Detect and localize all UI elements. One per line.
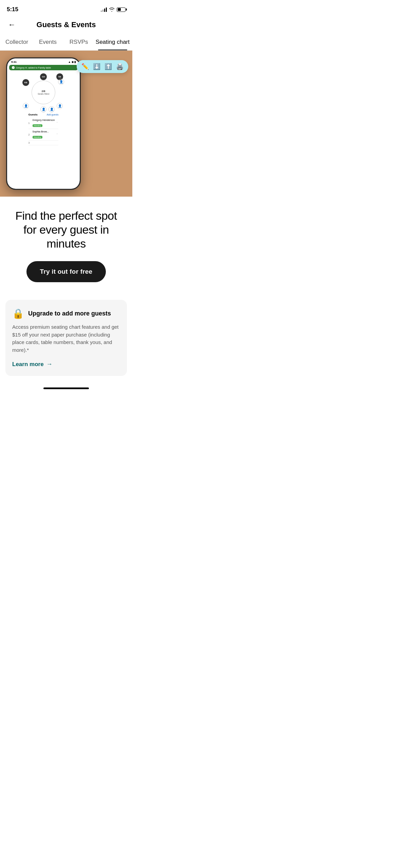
guest-row-3: 3: [28, 141, 59, 145]
guest-name-1: Gregory Henderson: [33, 119, 55, 122]
table-circle: 2/8 Seats filled: [32, 80, 55, 104]
upgrade-header: 🔒 Upgrade to add more guests: [12, 308, 120, 319]
guest-num-3: 3: [28, 142, 31, 144]
back-button[interactable]: ←: [7, 19, 17, 31]
learn-more-label: Learn more: [12, 361, 44, 368]
page-title: Guests & Events: [7, 20, 126, 29]
guest-badge-2: Attending: [33, 136, 42, 139]
learn-more-arrow-icon: →: [46, 361, 53, 368]
lock-icon: 🔒: [12, 308, 24, 319]
tab-rsvps[interactable]: RSVPs: [63, 35, 94, 50]
upgrade-description: Access premium seating chart features an…: [12, 323, 120, 354]
table-count: 2/8: [41, 90, 45, 93]
signal-icon: [101, 7, 107, 12]
notification-dot: ✓: [12, 66, 15, 69]
hero-image: 9:41 ▲ ◆ ▮ ✓ Gregory H. added to Family …: [0, 51, 132, 197]
phone-mockup: 9:41 ▲ ◆ ▮ ✓ Gregory H. added to Family …: [6, 57, 81, 190]
home-indicator: [0, 384, 132, 392]
notification-text: Gregory H. added to Family table: [16, 67, 51, 69]
upgrade-card: 🔒 Upgrade to add more guests Access prem…: [5, 300, 127, 376]
floating-toolbar: ✏️ ⬇️ ⬆️ 🖨️: [77, 60, 128, 73]
tab-events[interactable]: Events: [32, 35, 63, 50]
table-diagram: 2/8 Seats filled GH KB SB 👤 👤 👤 👤 👤: [25, 74, 62, 111]
learn-more-link[interactable]: Learn more →: [12, 361, 120, 368]
headline: Find the perfect spot for every guest in…: [8, 209, 124, 250]
nav-tabs: Collector Events RSVPs Seating chart: [0, 35, 132, 51]
cta-button[interactable]: Try it out for free: [26, 261, 106, 282]
battery-icon: [117, 7, 126, 12]
guest-row-1: 1 Gregory Henderson Attending ⌃: [28, 117, 59, 129]
guest-name-2: Sophia Brow...: [33, 130, 55, 133]
guest-badge-1: Attending: [33, 124, 42, 127]
avatar-gh: GH: [40, 73, 47, 80]
empty-seat-5: 👤: [49, 106, 55, 112]
edit-icon[interactable]: ✏️: [81, 63, 89, 70]
phone-status-bar: 9:41 ▲ ◆ ▮: [7, 58, 80, 65]
table-label: Seats filled: [38, 93, 49, 95]
tab-collector[interactable]: Collector: [1, 35, 32, 50]
empty-seat-3: 👤: [23, 103, 29, 109]
battery-fill: [118, 8, 121, 11]
empty-seat-2: 👤: [58, 79, 64, 85]
phone-time: 9:41: [11, 60, 17, 64]
status-time: 5:15: [7, 6, 18, 13]
empty-seat-4: 👤: [57, 103, 63, 109]
guest-info-2: Sophia Brow... Attending: [33, 130, 55, 139]
tab-seating-chart[interactable]: Seating chart: [94, 35, 131, 50]
seating-area: 2/8 Seats filled GH KB SB 👤 👤 👤 👤 👤: [7, 72, 80, 189]
header: ← Guests & Events: [0, 17, 132, 35]
add-guests-link[interactable]: Add guests: [46, 113, 58, 116]
guest-num-2: 2: [28, 133, 31, 136]
guest-info-1: Gregory Henderson Attending: [33, 119, 55, 128]
download-icon[interactable]: ⬇️: [93, 63, 100, 70]
guests-section: Guests Add guests 1 Gregory Henderson At…: [26, 111, 61, 187]
status-icons: [101, 7, 126, 12]
phone-icons: ▲ ◆ ▮: [68, 60, 76, 64]
guest-row-2: 2 Sophia Brow... Attending ⌃: [28, 129, 59, 141]
avatar-kb: KB: [22, 79, 30, 86]
guests-header: Guests Add guests: [28, 113, 59, 116]
phone-notification: ✓ Gregory H. added to Family table: [9, 65, 78, 70]
guest-expand-2: ⌃: [56, 133, 58, 136]
status-bar: 5:15: [0, 0, 132, 17]
upgrade-title: Upgrade to add more guests: [28, 310, 111, 317]
share-icon[interactable]: ⬆️: [104, 63, 112, 70]
home-bar: [43, 387, 89, 389]
print-icon[interactable]: 🖨️: [116, 63, 123, 70]
guests-title: Guests: [28, 113, 38, 116]
main-content: Find the perfect spot for every guest in…: [0, 197, 132, 292]
empty-seat-1: 👤: [40, 106, 46, 112]
wifi-icon: [109, 7, 115, 12]
guest-num-1: 1: [28, 122, 31, 124]
guest-expand-1: ⌃: [56, 122, 58, 125]
